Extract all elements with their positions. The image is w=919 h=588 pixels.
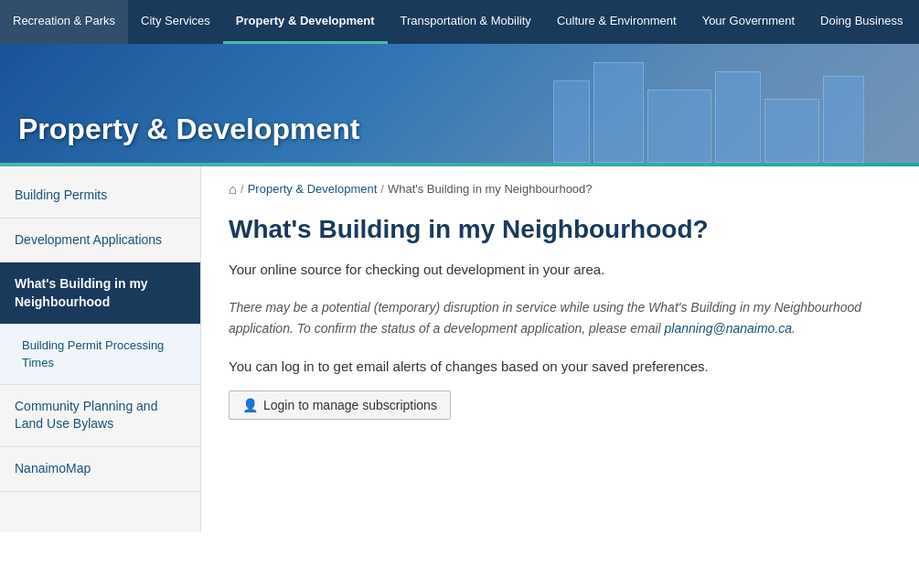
login-button[interactable]: 👤 Login to manage subscriptions [229,390,451,420]
hero-banner: Property & Development [0,44,919,163]
sidebar-item-nanaimo-map[interactable]: NanaimoMap [0,447,200,492]
nav-property-development[interactable]: Property & Development [223,0,388,44]
sidebar-item-whats-building[interactable]: What's Building in my Neighbourhood [0,262,200,325]
nav-city-services[interactable]: City Services [128,0,223,44]
sidebar-item-community-planning[interactable]: Community Planning and Land Use Bylaws [0,385,200,447]
sidebar-item-processing-times[interactable]: Building Permit Processing Times [0,325,200,384]
breadcrumb: ⌂ / Property & Development / What's Buil… [229,181,892,197]
notice-end: . [792,321,796,336]
hero-title: Property & Development [18,112,359,146]
nav-get-involved[interactable]: Get Involved [915,0,919,44]
nav-culture[interactable]: Culture & Environment [544,0,689,44]
notice-email-link[interactable]: planning@nanaimo.ca [665,321,793,336]
notice-text: There may be a potential (temporary) dis… [229,297,892,338]
nav-doing-business[interactable]: Doing Business [807,0,915,44]
page-heading: What's Building in my Neighbourhood? [229,213,892,246]
description-text: Your online source for checking out deve… [229,259,892,281]
sidebar: Building Permits Development Application… [0,166,201,532]
top-nav: Recreation & Parks City Services Propert… [0,0,919,44]
content-area: ⌂ / Property & Development / What's Buil… [201,166,919,532]
nav-transportation[interactable]: Transportation & Mobility [388,0,544,44]
home-icon[interactable]: ⌂ [229,181,237,197]
breadcrumb-sep-2: / [380,182,384,196]
sidebar-item-building-permits[interactable]: Building Permits [0,174,200,219]
main-layout: Building Permits Development Application… [0,166,919,532]
user-icon: 👤 [242,398,258,412]
nav-recreation[interactable]: Recreation & Parks [0,0,128,44]
nav-government[interactable]: Your Government [689,0,807,44]
breadcrumb-sep-1: / [240,182,244,196]
breadcrumb-current: What's Building in my Neighbourhood? [388,182,593,196]
login-button-label: Login to manage subscriptions [263,398,437,412]
breadcrumb-link[interactable]: Property & Development [248,182,378,196]
sidebar-item-development-applications[interactable]: Development Applications [0,219,200,263]
login-alert-text: You can log in to get email alerts of ch… [229,357,892,378]
